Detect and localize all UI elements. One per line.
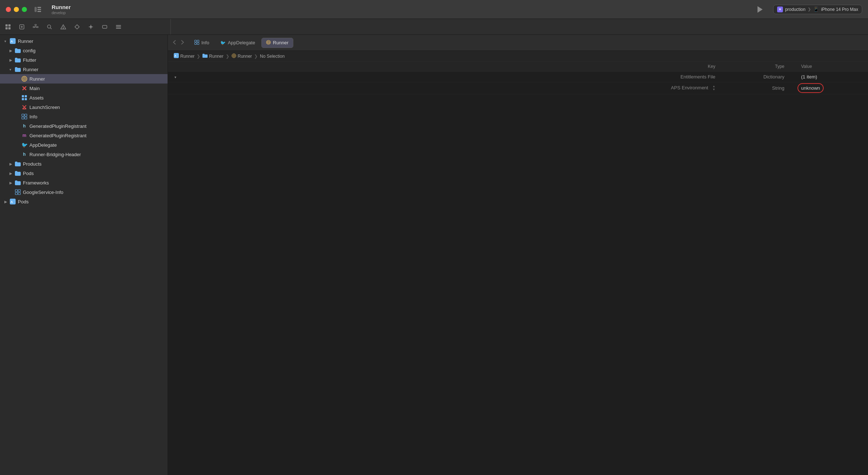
svg-rect-27 [116, 28, 121, 29]
svg-rect-35 [22, 95, 24, 97]
maximize-button[interactable] [22, 7, 27, 12]
key-cell-aps: APS Environment ▲ ▼ [182, 82, 723, 94]
svg-rect-38 [25, 98, 27, 100]
tab-forward-button[interactable] [179, 39, 186, 46]
svg-rect-55 [197, 42, 199, 44]
svg-rect-25 [116, 25, 121, 26]
sidebar-item-flutter[interactable]: ▶ Flutter [0, 55, 168, 65]
navigator-grid-icon[interactable] [3, 22, 13, 32]
sidebar-toggle-button[interactable] [33, 5, 43, 13]
breadcrumb-no-selection: No Selection [260, 54, 285, 59]
minimize-button[interactable] [14, 7, 19, 12]
breadcrumb: A Runner ❯ Runner ❯ Runner ❯ No Selectio… [168, 51, 868, 62]
expand-arrow-runner-group: ▾ [9, 68, 15, 72]
tab-info[interactable]: Info [190, 38, 214, 48]
svg-rect-8 [8, 27, 11, 29]
assets-icon [21, 94, 28, 101]
sidebar-item-products[interactable]: ▶ Products [0, 159, 168, 169]
sidebar-item-runner-group[interactable]: ▾ Runner [0, 65, 168, 74]
h-file-icon-bridging: h [21, 151, 28, 158]
sidebar-item-google-service[interactable]: ▶ GoogleService-Info [0, 187, 168, 197]
close-button[interactable] [6, 7, 11, 12]
pods-app-icon: A [9, 198, 16, 205]
diamond-icon[interactable] [72, 22, 82, 32]
tab-runner[interactable]: Runner [261, 38, 293, 48]
svg-marker-4 [758, 6, 763, 13]
tab-swift-icon: 🐦 [220, 40, 226, 45]
svg-text:A: A [174, 54, 176, 57]
svg-point-58 [268, 42, 269, 42]
sidebar-label-gen-plugin-m: GeneratedPluginRegistrant [29, 133, 87, 138]
type-cell-aps: String [723, 82, 795, 94]
warning-icon[interactable] [58, 22, 68, 32]
h-file-icon: h [21, 123, 28, 129]
col-key-header: Key [182, 62, 723, 72]
sidebar-item-frameworks[interactable]: ▶ Frameworks [0, 178, 168, 187]
sparkle-icon[interactable] [86, 22, 96, 32]
breadcrumb-sep3: ❯ [254, 54, 258, 59]
swift-icon-appdelegate: 🐦 [21, 142, 28, 148]
scheme-selector[interactable]: ✕ production ❯ 📱 iPhone 14 Pro Max [773, 5, 862, 14]
sidebar-item-main[interactable]: ▶ Main [0, 84, 168, 93]
svg-rect-44 [22, 117, 24, 119]
table-header-row: Key Type Value [168, 62, 868, 72]
sidebar-label-frameworks: Frameworks [23, 180, 49, 186]
svg-rect-42 [22, 114, 24, 116]
list-icon[interactable] [113, 22, 124, 32]
target-icon [21, 76, 28, 82]
aps-key-label: APS Environment [671, 85, 708, 90]
sidebar-item-gen-plugin-m[interactable]: ▶ m GeneratedPluginRegistrant [0, 131, 168, 140]
scheme-x-icon: ✕ [777, 7, 783, 12]
svg-text:A: A [11, 200, 13, 204]
rect-icon[interactable] [100, 22, 110, 32]
svg-rect-52 [195, 40, 197, 42]
col-type-header: Type [723, 62, 795, 72]
type-cell-entitlements: Dictionary [723, 72, 795, 82]
sidebar-item-runner-root[interactable]: ▾ A Runner [0, 36, 168, 46]
expand-arrow-pods-root: ▶ [4, 200, 9, 204]
sidebar-item-info[interactable]: ▶ Info [0, 112, 168, 121]
search-icon[interactable] [44, 22, 55, 32]
m-file-icon: m [21, 132, 28, 139]
breadcrumb-sep1: ❯ [197, 54, 200, 59]
sidebar-item-config[interactable]: ▶ config [0, 46, 168, 55]
aps-stepper[interactable]: ▲ ▼ [712, 85, 715, 92]
issue-navigator-icon[interactable] [17, 22, 27, 32]
svg-point-63 [233, 55, 234, 56]
folder-icon-runner [15, 66, 21, 73]
sidebar-item-pods-group[interactable]: ▶ Pods [0, 169, 168, 178]
breadcrumb-target-icon [232, 53, 236, 59]
col-value-header: Value [795, 62, 868, 72]
breadcrumb-runner3: Runner [238, 54, 252, 59]
sidebar-item-pods-root[interactable]: ▶ A Pods [0, 197, 168, 206]
tab-runner-label: Runner [273, 40, 289, 45]
sidebar-item-gen-plugin-h[interactable]: ▶ h GeneratedPluginRegistrant [0, 121, 168, 131]
tab-appdelegate[interactable]: 🐦 AppDelegate [216, 38, 260, 48]
run-button[interactable] [754, 4, 766, 15]
property-table: Key Type Value ▾ Entitlements File Dicti… [168, 62, 868, 94]
svg-rect-7 [5, 27, 8, 29]
runner-app-icon: A [9, 38, 16, 44]
tab-back-button[interactable] [171, 39, 178, 46]
sidebar-item-runner-target[interactable]: ▶ Runner [0, 74, 168, 84]
svg-rect-5 [5, 24, 8, 27]
sidebar-item-bridging[interactable]: ▶ h Runner-Bridging-Header [0, 150, 168, 159]
project-name: Runner [52, 4, 754, 11]
sidebar-label-bridging: Runner-Bridging-Header [29, 152, 81, 157]
svg-rect-47 [18, 190, 20, 192]
expand-cell-entitlements[interactable]: ▾ [168, 72, 182, 82]
toolbar-left [3, 19, 171, 34]
tab-info-icon [194, 40, 199, 46]
sidebar-label-products: Products [23, 161, 41, 167]
svg-rect-54 [195, 42, 197, 44]
sidebar-item-appdelegate[interactable]: ▶ 🐦 AppDelegate [0, 140, 168, 150]
sidebar-item-launchscreen[interactable]: ▶ LaunchScreen [0, 102, 168, 112]
sidebar-item-assets[interactable]: ▶ Assets [0, 93, 168, 102]
key-cell-entitlements: Entitlements File [182, 72, 723, 82]
breadcrumb-app-icon: A [174, 53, 179, 59]
expand-arrow-flutter: ▶ [9, 58, 15, 62]
sidebar-label-pods-group: Pods [23, 171, 34, 176]
project-branch: develop [52, 11, 754, 15]
hierarchy-icon[interactable] [31, 22, 41, 32]
col-expand [168, 62, 182, 72]
